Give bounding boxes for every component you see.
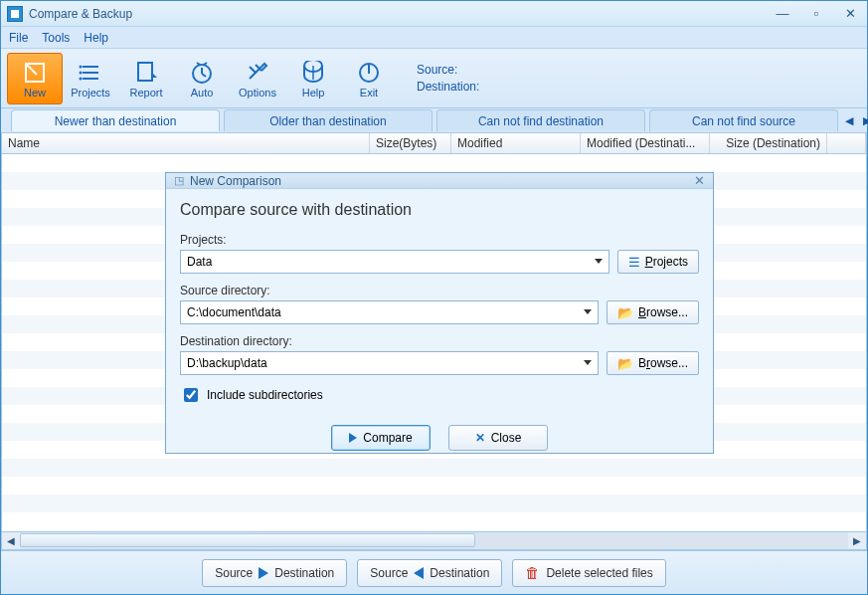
- close-window-button[interactable]: ✕: [839, 6, 861, 22]
- tab-newer[interactable]: Newer than destination: [11, 109, 220, 131]
- compare-button[interactable]: Compare: [331, 425, 431, 451]
- close-label: Close: [491, 431, 522, 445]
- close-button[interactable]: ✕ Close: [448, 425, 548, 451]
- menubar: File Tools Help: [1, 27, 867, 49]
- projects-btn-label: Projects: [645, 255, 688, 269]
- delete-label: Delete selected files: [546, 566, 652, 580]
- col-modified-dest[interactable]: Modified (Destinati...: [581, 133, 710, 153]
- projects-button[interactable]: ☰ Projects: [617, 250, 699, 274]
- trash-icon: 🗑: [525, 564, 540, 581]
- src-label: Source: [215, 566, 253, 580]
- svg-point-2: [80, 71, 83, 74]
- col-extra[interactable]: [827, 133, 866, 153]
- titlebar: Compare & Backup — ▫ ✕: [1, 1, 867, 27]
- destination-to-source-button[interactable]: Source Destination: [357, 559, 502, 587]
- source-dest-info: Source: Destination:: [417, 62, 479, 96]
- toolbar: New Projects Report Auto Options: [1, 49, 867, 108]
- scroll-thumb[interactable]: [20, 533, 475, 547]
- menu-file[interactable]: File: [9, 31, 28, 45]
- include-subdirs-input[interactable]: [184, 388, 198, 402]
- col-size[interactable]: Size(Bytes): [370, 133, 451, 153]
- toolbar-new[interactable]: New: [7, 53, 63, 104]
- window-controls: — ▫ ✕: [772, 6, 861, 22]
- dialog-titlebar: ◳ New Comparison ✕: [166, 173, 713, 189]
- toolbar-exit-label: Exit: [360, 87, 378, 99]
- folder-icon: 📂: [617, 356, 633, 371]
- toolbar-exit[interactable]: Exit: [341, 53, 397, 104]
- horizontal-scrollbar[interactable]: ◀ ▶: [1, 532, 867, 550]
- app-window: Compare & Backup — ▫ ✕ File Tools Help N…: [0, 0, 868, 595]
- toolbar-auto[interactable]: Auto: [174, 53, 230, 104]
- dest-dir-label: Destination directory:: [180, 334, 699, 348]
- tab-scroll-left-icon[interactable]: ◀: [842, 113, 856, 127]
- arrow-right-icon: [259, 567, 268, 579]
- source-dir-label: Source directory:: [180, 284, 699, 298]
- projects-select[interactable]: Data: [180, 250, 609, 274]
- minimize-button[interactable]: —: [772, 6, 793, 22]
- window-title: Compare & Backup: [29, 7, 772, 21]
- footer-bar: Source Destination Source Destination 🗑 …: [1, 550, 867, 594]
- toolbar-help-label: Help: [302, 87, 325, 99]
- exit-icon: [355, 59, 383, 87]
- tab-older[interactable]: Older than destination: [224, 109, 433, 131]
- destination-label: Destination:: [417, 79, 479, 96]
- tab-no-source[interactable]: Can not find source: [649, 109, 838, 131]
- projects-value: Data: [187, 255, 212, 269]
- toolbar-auto-label: Auto: [191, 87, 214, 99]
- projects-label: Projects:: [180, 233, 699, 247]
- dest-label: Destination: [430, 566, 489, 580]
- tab-scroll-right-icon[interactable]: ▶: [860, 113, 868, 127]
- dialog-actions: Compare ✕ Close: [166, 415, 713, 463]
- scroll-left-icon[interactable]: ◀: [2, 532, 20, 549]
- chevron-down-icon: [584, 309, 592, 314]
- toolbar-report-label: Report: [129, 87, 162, 99]
- arrow-left-icon: [414, 567, 424, 579]
- toolbar-report[interactable]: Report: [118, 53, 174, 104]
- menu-tools[interactable]: Tools: [42, 31, 70, 45]
- report-icon: [132, 59, 160, 87]
- src-label: Source: [370, 566, 408, 580]
- options-icon: [244, 59, 271, 87]
- delete-selected-button[interactable]: 🗑 Delete selected files: [512, 559, 665, 587]
- play-icon: [349, 433, 357, 443]
- source-to-destination-button[interactable]: Source Destination: [202, 559, 347, 587]
- grid-header: Name Size(Bytes) Modified Modified (Dest…: [1, 132, 867, 154]
- col-name[interactable]: Name: [2, 133, 370, 153]
- dialog-body: Compare source with destination Projects…: [166, 189, 713, 415]
- toolbar-options[interactable]: Options: [230, 53, 285, 104]
- tab-no-destination[interactable]: Can not find destination: [436, 109, 645, 131]
- scroll-right-icon[interactable]: ▶: [848, 532, 866, 549]
- new-comparison-dialog: ◳ New Comparison ✕ Compare source with d…: [165, 172, 714, 454]
- source-dir-input[interactable]: C:\document\data: [180, 300, 599, 324]
- maximize-button[interactable]: ▫: [805, 6, 827, 22]
- menu-help[interactable]: Help: [84, 31, 108, 45]
- list-icon: ☰: [628, 256, 640, 269]
- col-size-dest[interactable]: Size (Destination): [710, 133, 827, 153]
- browse-source-button[interactable]: 📂 Browse...: [607, 300, 699, 324]
- dest-label: Destination: [274, 566, 334, 580]
- dialog-title: New Comparison: [190, 174, 281, 188]
- browse-dest-label: Browse...: [638, 356, 688, 370]
- svg-point-3: [80, 77, 83, 80]
- dialog-close-icon[interactable]: ✕: [694, 173, 705, 188]
- include-subdirs-label: Include subdirectories: [207, 388, 323, 402]
- close-icon: ✕: [475, 431, 485, 445]
- scroll-track[interactable]: [20, 532, 848, 549]
- dialog-icon: ◳: [174, 174, 184, 187]
- browse-dest-button[interactable]: 📂 Browse...: [607, 351, 699, 375]
- compare-label: Compare: [363, 431, 412, 445]
- col-modified[interactable]: Modified: [451, 133, 581, 153]
- toolbar-new-label: New: [24, 87, 46, 99]
- source-label: Source:: [417, 62, 479, 79]
- dialog-heading: Compare source with destination: [180, 201, 699, 219]
- svg-rect-4: [138, 63, 152, 81]
- auto-icon: [188, 59, 216, 87]
- toolbar-help[interactable]: Help: [285, 53, 341, 104]
- dest-dir-input[interactable]: D:\backup\data: [180, 351, 599, 375]
- toolbar-projects[interactable]: Projects: [63, 53, 118, 104]
- tab-nav: ◀ ▶: [842, 113, 868, 127]
- source-dir-value: C:\document\data: [187, 305, 281, 319]
- projects-icon: [77, 59, 104, 87]
- include-subdirs-checkbox[interactable]: Include subdirectories: [180, 385, 699, 405]
- folder-icon: 📂: [617, 305, 633, 320]
